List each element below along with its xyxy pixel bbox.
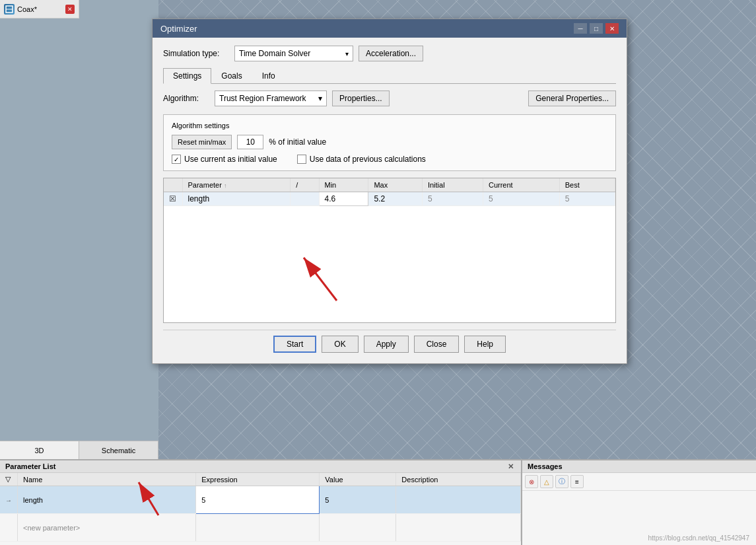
reset-suffix-text: % of initial value — [269, 137, 326, 147]
sort-icon: ↑ — [224, 182, 227, 189]
tab-settings[interactable]: Settings — [163, 68, 211, 84]
th-initial: Initial — [422, 178, 483, 192]
row-best: 5 — [559, 192, 615, 206]
algorithm-row: Algorithm: Trust Region Framework ▾ Prop… — [163, 91, 616, 106]
param-col-expression: Expression — [196, 473, 320, 486]
row-current: 5 — [483, 192, 559, 206]
dialog-titlebar: Optimizer ─ □ ✕ — [153, 19, 627, 38]
row-max: 5.2 — [368, 192, 422, 206]
messages-toolbar: ⊗ △ ⓘ ≡ — [522, 473, 756, 491]
th-check — [164, 178, 182, 192]
row-check-cell[interactable]: ☒ — [164, 192, 182, 206]
dropdown-arrow-icon: ▾ — [345, 50, 349, 57]
sim-type-row: Simulation type: Time Domain Solver ▾ Ac… — [163, 46, 616, 61]
tab-goals[interactable]: Goals — [211, 68, 252, 84]
params-table-container: Parameter ↑ / Min Max Initial Current Be… — [163, 178, 616, 323]
help-button[interactable]: Help — [464, 336, 506, 353]
dialog-footer: Start OK Apply Close Help — [163, 330, 616, 355]
view-tab-3d[interactable]: 3D — [0, 441, 79, 459]
properties-button[interactable]: Properties... — [332, 91, 390, 106]
param-col-name: Name — [18, 473, 196, 486]
checked-icon: ☒ — [169, 194, 176, 203]
params-table: Parameter ↑ / Min Max Initial Current Be… — [164, 178, 615, 206]
th-parameter: Parameter ↑ — [182, 178, 291, 192]
dialog-body: Simulation type: Time Domain Solver ▾ Ac… — [153, 38, 627, 363]
filter-icon[interactable]: ▽ — [0, 473, 18, 486]
dialog-tabs: Settings Goals Info — [163, 68, 616, 84]
msg-info-btn[interactable]: ⓘ — [555, 475, 568, 488]
param-col-value: Value — [320, 473, 396, 486]
reset-value-input[interactable] — [237, 135, 263, 149]
table-row[interactable]: → length 5 5 — [0, 486, 521, 514]
checkbox-use-current[interactable]: ✓ Use current as initial value — [172, 155, 277, 164]
close-button[interactable]: Close — [414, 336, 460, 353]
table-row[interactable]: ☒ length 4.6 5.2 5 5 5 — [164, 192, 615, 206]
parameter-list-title: Parameter List — [5, 462, 55, 470]
param-col-description: Description — [396, 473, 521, 486]
algorithm-settings-group: Algorithm settings Reset min/max % of in… — [163, 114, 616, 171]
row-initial: 5 — [422, 192, 483, 206]
sim-type-dropdown[interactable]: Time Domain Solver ▾ — [234, 46, 353, 61]
parameter-list-header: Parameter List ✕ — [0, 460, 521, 473]
algo-label: Algorithm: — [163, 94, 209, 103]
parameter-list-panel: Parameter List ✕ ▽ Name Expression Value… — [0, 459, 522, 545]
th-current: Current — [483, 178, 559, 192]
parameter-table: ▽ Name Expression Value Description → le… — [0, 473, 521, 542]
msg-log-btn[interactable]: ≡ — [570, 475, 584, 488]
msg-error-btn[interactable]: ⊗ — [525, 475, 538, 488]
app-tab-title: Coax* — [17, 5, 63, 13]
algo-dropdown[interactable]: Trust Region Framework ▾ — [215, 91, 327, 106]
param-value-cell: 5 — [320, 486, 396, 514]
th-best: Best — [559, 178, 615, 192]
messages-header: Messages — [522, 460, 756, 473]
dialog-minimize-btn[interactable]: ─ — [574, 23, 587, 34]
general-properties-button[interactable]: General Properties... — [528, 91, 616, 106]
sim-type-label: Simulation type: — [163, 49, 229, 58]
group-legend: Algorithm settings — [172, 122, 607, 129]
apply-button[interactable]: Apply — [364, 336, 409, 353]
dialog-maximize-btn[interactable]: □ — [590, 23, 603, 34]
row-param-name: length — [182, 192, 291, 206]
reset-minmax-button[interactable]: Reset min/max — [172, 135, 232, 149]
watermark: https://blog.csdn.net/qq_41542947 — [648, 534, 749, 542]
params-table-header-row: Parameter ↑ / Min Max Initial Current Be… — [164, 178, 615, 192]
app-tab-close[interactable]: ✕ — [65, 5, 75, 14]
th-min: Min — [319, 178, 368, 192]
table-row[interactable]: <new parameter> — [0, 514, 521, 542]
acceleration-button[interactable]: Acceleration... — [359, 46, 423, 61]
checkbox-use-previous-label: Use data of previous calculations — [310, 155, 426, 164]
row-sort — [291, 192, 319, 206]
tab-info[interactable]: Info — [252, 68, 285, 84]
dialog-title: Optimizer — [160, 24, 197, 34]
new-param-cell: <new parameter> — [18, 514, 196, 542]
view-tabs: 3D Schematic — [0, 441, 158, 459]
messages-panel: Messages ⊗ △ ⓘ ≡ — [522, 459, 756, 545]
app-icon — [4, 4, 15, 15]
th-slash: / — [291, 178, 319, 192]
row-min[interactable]: 4.6 — [319, 192, 368, 206]
param-name-cell: length — [18, 486, 196, 514]
app-tab[interactable]: Coax* ✕ — [0, 0, 79, 18]
checkbox-use-previous-box[interactable] — [297, 155, 306, 164]
checkbox-use-current-box[interactable]: ✓ — [172, 155, 181, 164]
th-max: Max — [368, 178, 422, 192]
checkbox-row: ✓ Use current as initial value Use data … — [172, 155, 607, 164]
dialog-controls: ─ □ ✕ — [574, 23, 619, 34]
view-tab-schematic[interactable]: Schematic — [79, 441, 158, 459]
ok-button[interactable]: OK — [322, 336, 358, 353]
param-expression-cell[interactable]: 5 — [196, 486, 320, 514]
parameter-list-close[interactable]: ✕ — [508, 462, 516, 470]
optimizer-dialog: Optimizer ─ □ ✕ Simulation type: Time Do… — [152, 18, 627, 364]
reset-row: Reset min/max % of initial value — [172, 135, 607, 149]
checkbox-use-current-label: Use current as initial value — [184, 155, 277, 164]
msg-warning-btn[interactable]: △ — [540, 475, 553, 488]
algo-dropdown-arrow-icon: ▾ — [318, 94, 322, 103]
pin-icon: → — [5, 497, 12, 504]
start-button[interactable]: Start — [273, 336, 316, 353]
checkbox-use-previous[interactable]: Use data of previous calculations — [297, 155, 426, 164]
param-description-cell — [396, 486, 521, 514]
dialog-close-btn[interactable]: ✕ — [605, 23, 619, 34]
